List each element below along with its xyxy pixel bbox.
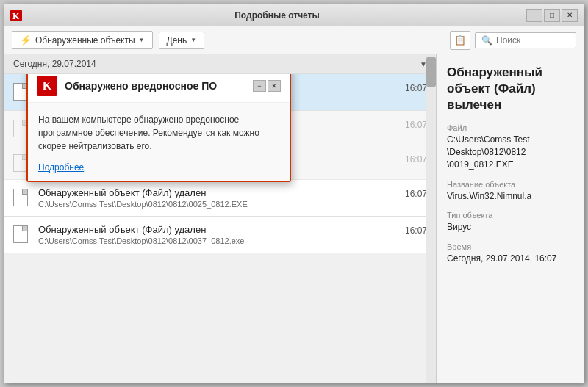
list-item-time: 16:07 [405,83,427,93]
k-logo-letter: K [43,79,51,93]
search-input[interactable] [496,35,570,46]
bolt-icon: ⚡ [20,35,32,46]
popup-details-link[interactable]: Подробнее [38,162,84,173]
list-items: Обнаруженный объект (Файл) вылечен C:\Us… [4,74,436,383]
popup-controls: − ✕ [253,80,281,92]
detail-object-name-section: Название объекта Virus.Win32.Nimnul.a [447,180,573,203]
list-item-content: Обнаруженный объект (Файл) удален C:\Use… [38,187,398,209]
detail-file-label: Файл [447,123,573,132]
list-item-content: Обнаруженный объект (Файл) удален C:\Use… [38,224,398,245]
list-item-title: Обнаруженный объект (Файл) удален [38,224,398,235]
list-item-time: 16:07 [405,154,427,164]
filter-dropdown[interactable]: ⚡ Обнаруженные объекты ▼ [12,31,153,49]
window-title: Подробные отчеты [28,10,526,21]
popup-header: K Обнаружено вредоносное ПО − ✕ [28,74,290,103]
export-button[interactable]: 📋 [450,31,470,50]
svg-text:K: K [12,11,20,21]
detail-time-value: Сегодня, 29.07.2014, 16:07 [447,253,573,265]
window-controls: − □ ✕ [526,9,578,22]
maximize-button[interactable]: □ [544,9,560,22]
popup-body-text: На вашем компьютере обнаружено вредоносн… [38,113,279,153]
list-item-time: 16:07 [405,225,427,236]
filter-arrow-icon: ▼ [139,37,145,43]
list-item-path: C:\Users\Comss Test\Desktop\0812\0812\00… [38,200,398,209]
detail-object-name-value: Virus.Win32.Nimnul.a [447,190,573,203]
toolbar: ⚡ Обнаруженные объекты ▼ День ▼ 📋 🔍 [4,26,584,54]
period-label: День [167,35,187,46]
popup-minimize-button[interactable]: − [253,80,266,92]
file-icon [13,189,31,206]
scrollbar-thumb[interactable] [426,57,436,87]
detail-object-name-label: Название объекта [447,180,573,189]
detail-time-section: Время Сегодня, 29.07.2014, 16:07 [447,242,573,265]
period-arrow-icon: ▼ [190,37,196,43]
date-header: Сегодня, 29.07.2014 ▼ [4,54,436,74]
main-content: Сегодня, 29.07.2014 ▼ Обнаруженный объек… [4,54,584,383]
malware-popup: K Обнаружено вредоносное ПО − ✕ На вашем… [26,74,298,182]
main-window: K Подробные отчеты − □ ✕ ⚡ Обнаруженные … [4,4,584,383]
file-icon [13,225,31,243]
detail-object-type-label: Тип объекта [447,211,573,220]
export-icon: 📋 [454,35,466,46]
search-icon: 🔍 [481,35,492,46]
filter-label: Обнаруженные объекты [35,35,135,46]
app-icon: K [10,10,22,21]
right-panel: Обнаруженный объект (Файл) вылечен Файл … [437,54,584,383]
list-item-path: C:\Users\Comss Test\Desktop\0812\0812\00… [38,236,398,245]
popup-close-button[interactable]: ✕ [268,80,281,92]
toolbar-right: 📋 🔍 [450,31,576,50]
close-button[interactable]: ✕ [562,9,578,22]
detail-file-section: Файл C:\Users\Comss Test \Desktop\0812\0… [447,123,573,170]
list-scrollbar[interactable] [426,54,436,383]
list-item-title: Обнаруженный объект (Файл) удален [38,187,398,198]
detail-object-type-section: Тип объекта Вирус [447,211,573,234]
kaspersky-logo: K [37,76,57,96]
detail-title: Обнаруженный объект (Файл) вылечен [447,65,573,113]
popup-region: 16:07 C:\Users\Comss Test\Desktop\0612\0… [4,111,436,180]
minimize-button[interactable]: − [526,9,542,22]
title-bar: K Подробные отчеты − □ ✕ [4,4,584,26]
detail-file-value: C:\Users\Comss Test \Desktop\0812\0812 \… [447,134,573,170]
period-dropdown[interactable]: День ▼ [159,32,205,49]
list-item-time: 16:07 [405,189,427,199]
detail-object-type-value: Вирус [447,221,573,234]
list-item-time: 16:07 [405,120,427,130]
list-item[interactable]: Обнаруженный объект (Файл) удален C:\Use… [4,180,436,217]
date-header-text: Сегодня, 29.07.2014 [13,59,96,69]
popup-body: На вашем компьютере обнаружено вредоносн… [28,103,290,181]
list-item[interactable]: Обнаруженный объект (Файл) удален C:\Use… [4,217,436,253]
popup-title: Обнаружено вредоносное ПО [65,80,245,92]
detail-time-label: Время [447,242,573,251]
left-panel: Сегодня, 29.07.2014 ▼ Обнаруженный объек… [4,54,437,383]
search-box: 🔍 [475,32,576,48]
